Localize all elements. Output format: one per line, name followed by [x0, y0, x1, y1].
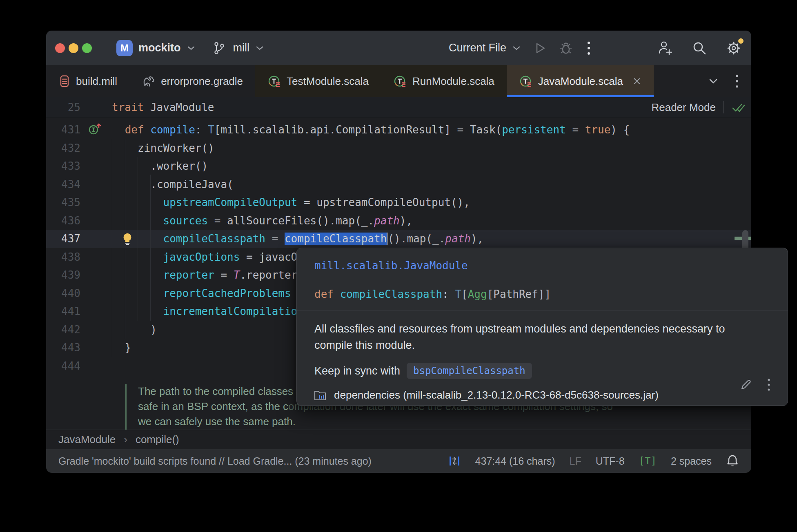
- sticky-line-code: trait JavaModule: [112, 97, 214, 117]
- scala-trait-icon: [393, 74, 407, 88]
- line-number: 431: [46, 121, 80, 139]
- tab-label: build.mill: [76, 75, 117, 88]
- notifications-bell-icon[interactable]: [726, 454, 739, 468]
- documentation-popup: mill.scalalib.JavaModule def compileClas…: [296, 248, 788, 406]
- code-line[interactable]: compileClasspath = compileClasspath().ma…: [99, 230, 751, 248]
- doc-qualified-name-link[interactable]: mill.scalalib.JavaModule: [314, 259, 468, 272]
- caret-position[interactable]: 437:44 (16 chars): [475, 455, 555, 467]
- close-window-button[interactable]: [55, 43, 65, 53]
- divider: [723, 101, 724, 113]
- inspections-ok-checkmark-icon[interactable]: [731, 101, 746, 113]
- breadcrumb-item-member[interactable]: compile(): [136, 433, 179, 446]
- doc-comment-line: The path to the compiled classes: [138, 384, 293, 399]
- breadcrumb-separator: ›: [124, 433, 127, 446]
- chevron-down-icon[interactable]: [255, 45, 264, 51]
- title-bar: M mockito mill Current File: [46, 31, 751, 65]
- intention-bulb-icon[interactable]: [121, 233, 134, 246]
- tab-label: errorprone.gradle: [161, 75, 243, 88]
- doc-source-jar-label[interactable]: dependencies (mill-scalalib_2.13-0.12.0-…: [334, 389, 659, 401]
- settings-notification-dot: [738, 38, 744, 44]
- chevron-down-icon[interactable]: [187, 45, 196, 51]
- doc-divider: [297, 310, 788, 310]
- line-separator-widget[interactable]: LF: [570, 455, 581, 467]
- tab-label: TestModule.scala: [287, 75, 369, 88]
- reader-mode-label[interactable]: Reader Mode: [651, 101, 716, 114]
- code-with-me-button[interactable]: [657, 40, 673, 56]
- breadcrumb: JavaModule › compile(): [46, 430, 751, 449]
- doc-comment-bar: [125, 384, 127, 430]
- tab-javamodule-scala[interactable]: JavaModule.scala: [507, 65, 654, 97]
- sticky-line-number: 25: [46, 97, 80, 117]
- line-number: 444: [46, 357, 80, 375]
- code-line[interactable]: .compileJava(: [99, 175, 751, 194]
- status-bar: Gradle 'mockito' build scripts found // …: [46, 449, 751, 473]
- line-number: 439: [46, 266, 80, 284]
- line-number: 438: [46, 248, 80, 266]
- code-line[interactable]: upstreamCompileOutput = upstreamCompileO…: [99, 193, 751, 212]
- doc-keep-sync-chip-link[interactable]: bspCompileClasspath: [407, 363, 532, 379]
- more-actions-kebab-icon[interactable]: [586, 40, 591, 56]
- tab-label: JavaModule.scala: [538, 75, 623, 88]
- encoding-widget[interactable]: UTF-8: [596, 455, 625, 467]
- zoom-window-button[interactable]: [82, 43, 92, 53]
- doc-comment-line: we can safely use the same path.: [138, 414, 296, 429]
- run-button[interactable]: [533, 41, 547, 55]
- code-line[interactable]: sources = allSourceFiles().map(_.path),: [99, 212, 751, 230]
- breadcrumb-item-class[interactable]: JavaModule: [58, 433, 116, 446]
- status-message[interactable]: Gradle 'mockito' build scripts found // …: [58, 449, 372, 473]
- edit-pencil-icon[interactable]: [739, 378, 752, 391]
- chevron-down-icon[interactable]: [512, 45, 521, 51]
- code-line[interactable]: .worker(): [99, 157, 751, 175]
- ide-window: M mockito mill Current File: [46, 31, 751, 472]
- close-tab-icon[interactable]: [632, 77, 641, 86]
- line-number: 436: [46, 212, 80, 230]
- tab-label: RunModule.scala: [412, 75, 494, 88]
- doc-signature: def compileClasspath: T[Agg[PathRef]]: [314, 288, 551, 300]
- override-gutter-icon[interactable]: [88, 122, 102, 136]
- gradle-file-icon: [142, 75, 156, 88]
- line-number: 432: [46, 139, 80, 157]
- scala-trait-icon: [519, 74, 533, 88]
- code-line[interactable]: zincWorker(): [99, 139, 751, 157]
- search-everywhere-button[interactable]: [691, 40, 708, 56]
- code-line[interactable]: def compile: T[mill.scalalib.api.Compila…: [99, 121, 751, 139]
- mill-file-icon: [58, 75, 71, 88]
- doc-options-kebab-icon[interactable]: [767, 378, 770, 392]
- settings-gear-button[interactable]: [726, 40, 742, 56]
- project-icon: M: [116, 40, 133, 56]
- line-number: 435: [46, 193, 80, 212]
- line-number: 441: [46, 302, 80, 321]
- line-number: 443: [46, 339, 80, 357]
- window-controls: [55, 31, 92, 65]
- tab-build-mill[interactable]: build.mill: [46, 65, 129, 97]
- powersave-badge[interactable]: [T]: [639, 455, 657, 467]
- project-selector[interactable]: mockito: [138, 42, 181, 54]
- line-number: 434: [46, 175, 80, 194]
- sticky-header-line[interactable]: 25 trait JavaModule Reader Mode: [46, 97, 751, 117]
- hidden-tabs-chevron-icon[interactable]: [708, 78, 719, 84]
- line-number: 437: [46, 230, 80, 248]
- doc-description-line2: compile this module.: [314, 339, 415, 352]
- doc-description-line1: All classfiles and resources from upstre…: [314, 323, 725, 335]
- line-number: 440: [46, 284, 80, 303]
- doc-keep-sync-label: Keep in sync with: [314, 365, 400, 377]
- tab-testmodule-scala[interactable]: TestModule.scala: [255, 65, 381, 97]
- editor-tab-strip: build.mill errorprone.gradle TestModule.…: [46, 65, 751, 97]
- git-branch-icon: [212, 41, 226, 55]
- line-number: 442: [46, 321, 80, 339]
- tab-runmodule-scala[interactable]: RunModule.scala: [381, 65, 507, 97]
- library-folder-icon: [313, 388, 327, 401]
- minimize-window-button[interactable]: [69, 43, 78, 53]
- debug-button[interactable]: [559, 40, 573, 56]
- tab-errorprone-gradle[interactable]: errorprone.gradle: [129, 65, 255, 97]
- scala-trait-icon: [267, 74, 281, 88]
- tab-options-kebab-icon[interactable]: [735, 73, 739, 89]
- run-configuration-selector[interactable]: Current File: [449, 42, 506, 54]
- indent-widget[interactable]: 2 spaces: [671, 455, 712, 467]
- column-selection-icon[interactable]: [448, 454, 461, 468]
- line-number: 433: [46, 157, 80, 175]
- branch-selector[interactable]: mill: [233, 42, 250, 54]
